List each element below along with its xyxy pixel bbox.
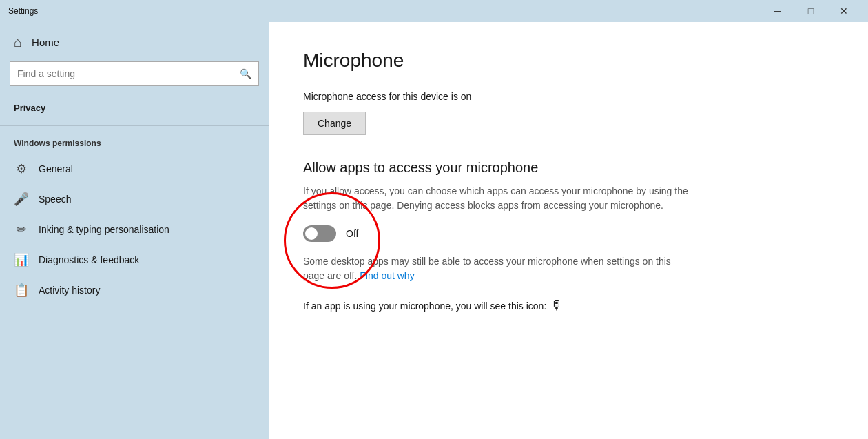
home-icon: ⌂ xyxy=(14,34,22,50)
search-icon: 🔍 xyxy=(240,68,251,79)
home-label: Home xyxy=(32,37,59,48)
sidebar-item-inking-label: Inking & typing personalisation xyxy=(39,224,169,235)
desktop-apps-info: Some desktop apps may still be able to a… xyxy=(303,254,689,283)
activity-icon: 📋 xyxy=(14,283,29,298)
app-title: Settings xyxy=(8,6,38,16)
allow-section-title: Allow apps to access your microphone xyxy=(303,160,834,176)
sidebar-item-diagnostics-label: Diagnostics & feedback xyxy=(39,254,139,265)
device-access-status: Microphone access for this device is on xyxy=(303,91,834,102)
icon-text: If an app is using your microphone, you … xyxy=(303,300,546,312)
sidebar-item-activity[interactable]: 📋 Activity history xyxy=(0,275,269,305)
allow-section-desc: If you allow access, you can choose whic… xyxy=(303,184,689,213)
general-icon: ⚙ xyxy=(14,161,29,176)
sidebar-item-activity-label: Activity history xyxy=(39,285,100,296)
minimize-button[interactable]: ─ xyxy=(762,0,794,22)
speech-icon: 🎤 xyxy=(14,192,29,207)
toggle-row: Off xyxy=(303,225,834,242)
app-body: ⌂ Home 🔍 Privacy Windows permissions ⚙ G… xyxy=(0,22,868,439)
sidebar-item-diagnostics[interactable]: 📊 Diagnostics & feedback xyxy=(0,245,269,275)
search-box[interactable]: 🔍 xyxy=(10,61,259,86)
microphone-icon: 🎙 xyxy=(550,298,563,313)
sidebar-item-speech-label: Speech xyxy=(39,194,71,205)
change-button[interactable]: Change xyxy=(303,112,366,135)
diagnostics-icon: 📊 xyxy=(14,252,29,267)
close-button[interactable]: ✕ xyxy=(828,0,860,22)
page-title: Microphone xyxy=(303,50,834,72)
desktop-apps-text: Some desktop apps may still be able to a… xyxy=(303,256,671,281)
sidebar-item-general-label: General xyxy=(39,163,73,174)
window-controls: ─ □ ✕ xyxy=(762,0,860,22)
title-bar: Settings ─ □ ✕ xyxy=(0,0,868,22)
microphone-toggle[interactable] xyxy=(303,225,336,242)
toggle-label: Off xyxy=(346,228,358,239)
sidebar-item-inking[interactable]: ✏ Inking & typing personalisation xyxy=(0,214,269,245)
inking-icon: ✏ xyxy=(14,222,29,237)
mic-icon-row: If an app is using your microphone, you … xyxy=(303,298,834,313)
search-input[interactable] xyxy=(17,68,240,79)
maximize-button[interactable]: □ xyxy=(795,0,827,22)
privacy-section-label: Privacy xyxy=(0,99,269,120)
sidebar-item-general[interactable]: ⚙ General xyxy=(0,154,269,184)
find-out-why-link[interactable]: Find out why xyxy=(360,270,414,281)
windows-permissions-label: Windows permissions xyxy=(0,132,269,154)
sidebar-item-speech[interactable]: 🎤 Speech xyxy=(0,184,269,214)
sidebar-divider-1 xyxy=(0,125,269,126)
sidebar: ⌂ Home 🔍 Privacy Windows permissions ⚙ G… xyxy=(0,22,269,439)
sidebar-item-home[interactable]: ⌂ Home xyxy=(0,22,269,61)
content-area: Microphone Microphone access for this de… xyxy=(269,22,868,439)
